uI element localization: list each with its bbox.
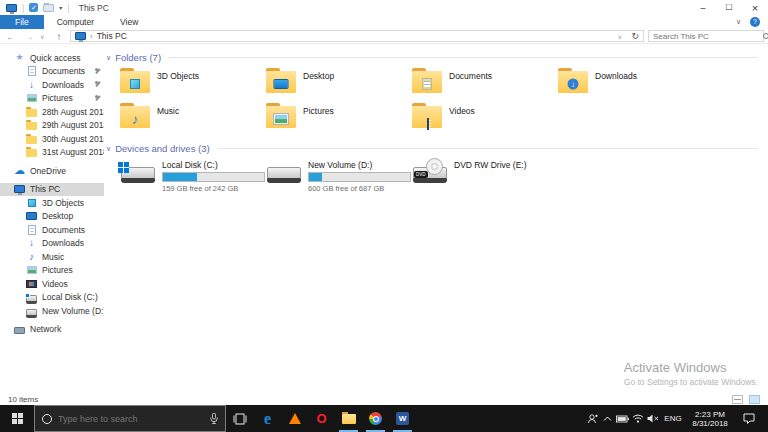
sidebar-item-videos[interactable]: Videos: [0, 277, 104, 291]
start-button[interactable]: [0, 405, 34, 432]
group-header-devices[interactable]: ∨ Devices and drives (3): [106, 143, 758, 154]
clock[interactable]: 2:23 PM 8/31/2018: [686, 410, 734, 428]
windows-logo-icon: [12, 413, 23, 424]
taskbar-app-edge[interactable]: [254, 405, 281, 432]
sidebar-item-pictures[interactable]: Pictures: [0, 92, 104, 106]
folder-pictures-icon: [266, 103, 296, 129]
network-icon: [14, 327, 25, 334]
pictures-icon: [27, 94, 37, 102]
pin-icon: [95, 81, 102, 88]
disc-icon: [426, 158, 443, 175]
drive-dvd-rw-e[interactable]: DVD RW Drive (E:): [412, 158, 558, 194]
folder-icon: [26, 109, 37, 117]
activate-windows-watermark: Activate Windows Go to Settings to activ…: [624, 360, 758, 387]
chevron-up-icon: [603, 416, 612, 422]
sidebar-item-network[interactable]: Network: [0, 323, 104, 337]
maximize-button[interactable]: [716, 0, 742, 15]
collapse-chevron-icon[interactable]: ∨: [106, 54, 111, 62]
folder-icon: [26, 122, 37, 130]
task-view-button[interactable]: [226, 405, 254, 432]
details-view-icon[interactable]: [732, 395, 743, 404]
sidebar-item-this-pc[interactable]: This PC: [0, 183, 104, 197]
folder-music[interactable]: Music: [120, 102, 266, 136]
customize-qat-chevron-icon[interactable]: ▾: [59, 4, 62, 11]
sidebar-item-folder-29th[interactable]: 29th August 2018: [0, 119, 104, 133]
forward-button[interactable]: →: [22, 31, 36, 42]
refresh-icon[interactable]: [631, 31, 639, 41]
address-dropdown-chevron-icon[interactable]: ∨: [617, 33, 625, 40]
volume-status[interactable]: [645, 414, 660, 423]
battery-status[interactable]: [615, 415, 630, 423]
file-list-pane: ∨ Folders (7) 3D Objects Desktop Documen…: [104, 44, 768, 391]
sidebar-item-documents[interactable]: Documents: [0, 65, 104, 79]
large-icons-view-icon[interactable]: [749, 395, 760, 404]
download-icon: [26, 238, 37, 249]
sidebar-item-new-volume-d[interactable]: New Volume (D:): [0, 304, 104, 318]
drive-windows-icon: [26, 295, 37, 302]
sidebar-item-onedrive[interactable]: OneDrive: [0, 164, 104, 178]
taskbar-app-file-explorer[interactable]: [335, 405, 362, 432]
title-bar: | ▾ | This PC: [0, 0, 768, 15]
tab-view[interactable]: View: [107, 15, 151, 29]
download-icon: [26, 79, 37, 90]
sidebar-item-desktop[interactable]: Desktop: [0, 210, 104, 224]
search-input[interactable]: [653, 32, 763, 41]
network-status[interactable]: [630, 414, 645, 423]
sidebar-item-downloads[interactable]: Downloads: [0, 78, 104, 92]
folder-pictures[interactable]: Pictures: [266, 102, 412, 136]
people-button[interactable]: [585, 413, 600, 424]
quick-access-star-icon: [14, 52, 25, 63]
taskbar-search-box[interactable]: [34, 405, 226, 432]
document-icon: [28, 225, 36, 235]
back-button[interactable]: ←: [4, 31, 18, 42]
sidebar-item-quick-access[interactable]: Quick access: [0, 51, 104, 65]
close-button[interactable]: [742, 0, 768, 15]
taskbar-app-vlc[interactable]: [281, 405, 308, 432]
taskbar-search-input[interactable]: [58, 414, 204, 424]
sidebar-item-folder-31st[interactable]: 31st August 2018: [0, 146, 104, 160]
breadcrumb[interactable]: This PC: [97, 31, 127, 41]
sidebar-item-pictures-pc[interactable]: Pictures: [0, 264, 104, 278]
taskbar-app-word[interactable]: [389, 405, 416, 432]
language-indicator[interactable]: ENG: [660, 414, 686, 423]
folder-3d-objects[interactable]: 3D Objects: [120, 67, 266, 101]
up-button[interactable]: ↑: [52, 31, 66, 42]
sidebar-item-folder-30th[interactable]: 30th August 2018: [0, 132, 104, 146]
sidebar-item-folder-28th[interactable]: 28th August 2018: [0, 105, 104, 119]
help-icon[interactable]: [750, 17, 760, 27]
tab-computer[interactable]: Computer: [44, 15, 107, 29]
taskbar-app-chrome[interactable]: [362, 405, 389, 432]
sidebar-item-music[interactable]: Music: [0, 250, 104, 264]
sidebar-item-3d-objects[interactable]: 3D Objects: [0, 196, 104, 210]
show-hidden-icons-button[interactable]: [600, 416, 615, 422]
new-folder-icon[interactable]: [43, 4, 54, 12]
drive-new-volume-d[interactable]: New Volume (D:) 600 GB free of 687 GB: [266, 158, 412, 194]
explorer-search-box[interactable]: [648, 30, 764, 42]
address-bar[interactable]: › This PC ∨: [70, 30, 644, 42]
search-icon[interactable]: [763, 33, 768, 39]
taskbar-app-opera[interactable]: [308, 405, 335, 432]
folder-icon: [26, 149, 37, 157]
sidebar-item-downloads-pc[interactable]: Downloads: [0, 237, 104, 251]
wifi-icon: [632, 414, 644, 423]
navigation-pane: Quick access Documents Downloads Picture…: [0, 44, 104, 391]
sidebar-item-documents-pc[interactable]: Documents: [0, 223, 104, 237]
expand-ribbon-chevron-icon[interactable]: ∨: [736, 18, 741, 26]
minimize-button[interactable]: [690, 0, 716, 15]
document-icon: [28, 66, 36, 76]
tab-file[interactable]: File: [0, 15, 44, 29]
folder-downloads[interactable]: Downloads: [558, 67, 704, 101]
properties-icon[interactable]: [29, 3, 38, 12]
capacity-bar: [308, 172, 411, 182]
folder-desktop[interactable]: Desktop: [266, 67, 412, 101]
items-count: 10 items: [8, 395, 38, 404]
sidebar-item-local-disk-c[interactable]: Local Disk (C:): [0, 291, 104, 305]
drive-local-disk-c[interactable]: Local Disk (C:) 159 GB free of 242 GB: [120, 158, 266, 194]
collapse-chevron-icon[interactable]: ∨: [106, 145, 111, 153]
group-header-folders[interactable]: ∨ Folders (7): [106, 52, 758, 63]
recent-locations-chevron-icon[interactable]: ∨: [40, 33, 48, 40]
folder-documents[interactable]: Documents: [412, 67, 558, 101]
people-icon: [587, 413, 599, 424]
folder-videos[interactable]: Videos: [412, 102, 558, 136]
action-center-button[interactable]: [734, 413, 764, 424]
